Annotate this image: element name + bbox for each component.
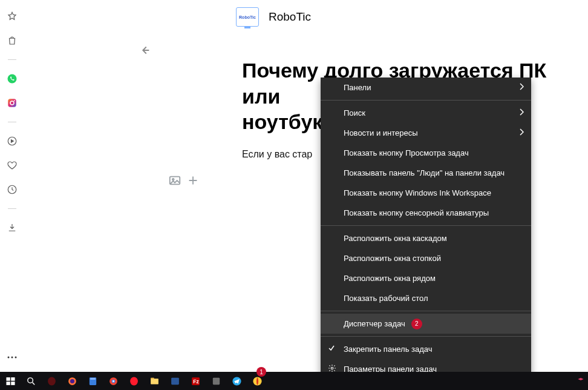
tray-icon[interactable] <box>575 374 584 386</box>
taskbar-context-menu: Панели Поиск Новости и интересы Показать… <box>321 78 531 379</box>
chevron-right-icon <box>519 108 524 117</box>
svg-point-24 <box>113 380 114 382</box>
svg-rect-1 <box>8 99 16 107</box>
menu-show-desktop[interactable]: Показать рабочий стол <box>321 288 531 308</box>
svg-point-6 <box>8 357 10 359</box>
start-button[interactable] <box>0 372 21 390</box>
download-icon[interactable] <box>7 222 18 233</box>
menu-cascade[interactable]: Расположить окна каскадом <box>321 228 531 248</box>
app-icon[interactable] <box>206 372 226 390</box>
menu-label: Расположить окна каскадом <box>344 234 447 243</box>
opera-icon[interactable] <box>41 372 62 390</box>
svg-point-17 <box>48 377 56 385</box>
menu-separator <box>321 311 531 311</box>
menu-label: Расположить окна стопкой <box>344 254 441 263</box>
menu-side-by-side[interactable]: Расположить окна рядом <box>321 268 531 288</box>
svg-rect-14 <box>6 382 10 385</box>
svg-point-25 <box>130 377 138 385</box>
whatsapp-icon[interactable] <box>7 73 18 84</box>
svg-point-10 <box>172 179 174 180</box>
svg-text:Fz: Fz <box>193 378 199 385</box>
search-icon[interactable] <box>21 372 41 390</box>
windows-taskbar: Fz 1 <box>0 372 588 390</box>
menu-task-view[interactable]: Показать кнопку Просмотра задач <box>321 143 531 163</box>
menu-label: Показать кнопку Windows Ink Workspace <box>344 188 491 197</box>
sidebar-separator <box>8 122 16 122</box>
chevron-right-icon <box>519 83 524 92</box>
chrome-icon[interactable] <box>103 372 123 390</box>
menu-label: Новости и интересы <box>344 128 418 137</box>
menu-search[interactable]: Поиск <box>321 103 531 123</box>
menu-label: Панели <box>344 83 371 92</box>
menu-stack[interactable]: Расположить окна стопкой <box>321 248 531 268</box>
filezilla-icon[interactable]: Fz <box>185 372 206 390</box>
svg-rect-31 <box>212 377 219 384</box>
back-button[interactable] <box>138 44 151 59</box>
menu-label: Закрепить панель задач <box>344 345 433 354</box>
svg-point-19 <box>70 378 74 383</box>
svg-rect-28 <box>171 377 179 384</box>
check-icon <box>328 345 335 354</box>
opera-gx-icon[interactable] <box>123 372 144 390</box>
telegram-icon[interactable] <box>226 372 247 390</box>
firefox-icon[interactable] <box>62 372 82 390</box>
sidebar-separator <box>8 59 16 60</box>
menu-label: Поиск <box>344 108 365 117</box>
explorer-icon[interactable] <box>144 372 165 390</box>
svg-rect-13 <box>11 377 15 381</box>
svg-rect-27 <box>151 377 154 378</box>
menu-label: Диспетчер задач <box>344 319 405 328</box>
menu-label: Показать кнопку сенсорной клавиатуры <box>344 208 489 217</box>
svg-rect-12 <box>6 377 10 381</box>
heart-icon[interactable] <box>7 160 18 171</box>
shopping-bag-icon[interactable] <box>7 35 18 46</box>
image-placeholder[interactable] <box>168 174 200 187</box>
menu-ink[interactable]: Показать кнопку Windows Ink Workspace <box>321 183 531 203</box>
menu-separator <box>321 100 531 101</box>
menu-task-manager[interactable]: Диспетчер задач2 <box>321 314 531 334</box>
word-icon[interactable] <box>165 372 185 390</box>
app-sidebar <box>0 0 24 372</box>
chevron-right-icon <box>519 128 524 137</box>
svg-point-3 <box>14 100 15 101</box>
zen-icon[interactable]: 1 <box>247 372 267 390</box>
menu-people[interactable]: Показывать панель "Люди" на панели задач <box>321 163 531 183</box>
more-icon[interactable] <box>7 350 17 361</box>
svg-point-0 <box>8 74 17 84</box>
svg-point-7 <box>11 357 13 359</box>
article-body: Если у вас стар <box>242 149 312 160</box>
menu-separator <box>321 225 531 226</box>
play-circle-icon[interactable] <box>7 136 18 147</box>
menu-label: Расположить окна рядом <box>344 274 436 283</box>
svg-point-16 <box>27 377 33 383</box>
instagram-icon[interactable] <box>7 98 18 108</box>
svg-rect-21 <box>90 378 96 379</box>
svg-rect-15 <box>11 382 15 385</box>
menu-panels[interactable]: Панели <box>321 78 531 98</box>
menu-label: Показать рабочий стол <box>344 294 428 303</box>
menu-label: Показывать панель "Люди" на панели задач <box>344 168 505 177</box>
channel-avatar[interactable]: RoboTic <box>236 7 259 27</box>
menu-separator <box>321 336 531 337</box>
star-icon[interactable] <box>7 11 18 22</box>
svg-point-8 <box>15 357 17 359</box>
sidebar-separator <box>8 208 16 209</box>
annotation-badge: 1 <box>256 367 266 377</box>
svg-point-11 <box>331 367 333 369</box>
menu-news[interactable]: Новости и интересы <box>321 123 531 143</box>
channel-name[interactable]: RoboTic <box>269 10 311 24</box>
menu-lock-taskbar[interactable]: Закрепить панель задач <box>321 339 531 359</box>
annotation-badge: 2 <box>411 319 422 329</box>
menu-keyboard[interactable]: Показать кнопку сенсорной клавиатуры <box>321 203 531 223</box>
menu-label: Показать кнопку Просмотра задач <box>344 148 469 157</box>
svg-rect-26 <box>151 378 158 384</box>
channel-header: RoboTic RoboTic <box>24 0 588 27</box>
history-icon[interactable] <box>7 184 18 195</box>
calculator-icon[interactable] <box>82 372 103 390</box>
